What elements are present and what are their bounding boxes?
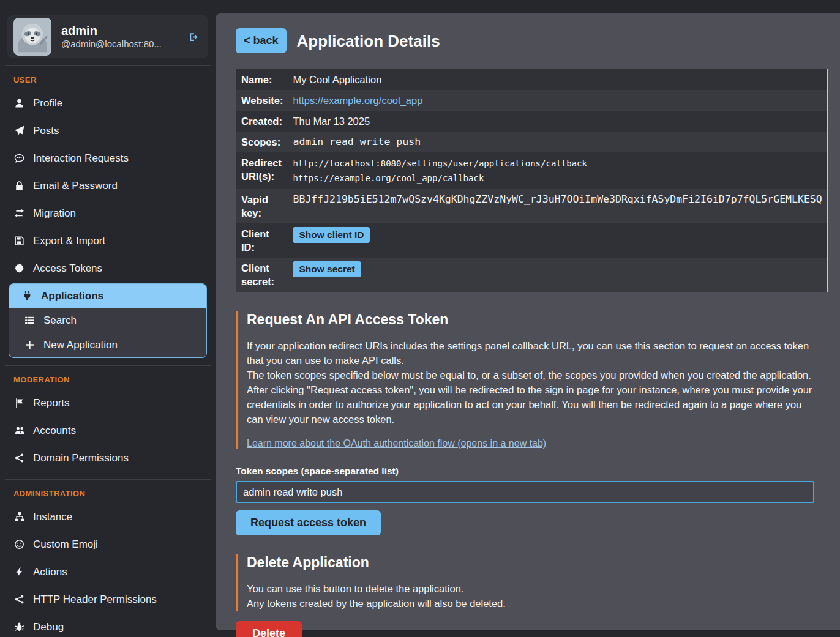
section-label-user: USER <box>0 73 216 86</box>
sidebar-item-label: Export & Import <box>33 234 105 247</box>
sign-out-icon <box>188 32 200 42</box>
logout-button[interactable] <box>188 32 200 42</box>
request-token-paragraph: If your application redirect URIs includ… <box>247 338 814 368</box>
section-label-administration: ADMINISTRATION <box>0 487 216 500</box>
table-row-client-id: Client ID: Show client ID <box>236 223 828 258</box>
request-token-heading: Request An API Access Token <box>247 311 814 329</box>
website-link[interactable]: https://example.org/cool_app <box>293 95 422 106</box>
row-label: Website: <box>236 90 288 111</box>
page-header: < back Application Details <box>236 28 814 53</box>
row-label: Name: <box>236 69 288 91</box>
row-label: Scopes: <box>236 132 288 152</box>
main-panel: < back Application Details Name: My Cool… <box>216 13 840 630</box>
sidebar-item-migration[interactable]: Migration <box>0 199 216 227</box>
sidebar-item-instance[interactable]: Instance <box>0 503 216 531</box>
sidebar-item-interaction-requests[interactable]: Interaction Requests <box>0 144 216 172</box>
comment-dots-icon <box>13 153 25 163</box>
sidebar-item-domain-permissions[interactable]: Domain Permissions <box>0 444 216 472</box>
username: admin <box>61 23 162 38</box>
delete-application-line: Any tokens created by the application wi… <box>247 596 814 611</box>
bug-icon <box>13 622 25 632</box>
sidebar-divider <box>5 479 211 480</box>
user-nav-list: Profile Posts Interaction Requests Email… <box>0 89 216 358</box>
sidebar-item-accounts[interactable]: Accounts <box>0 417 216 444</box>
list-icon <box>24 315 36 326</box>
sidebar-item-label: Applications <box>41 289 103 302</box>
table-row-name: Name: My Cool Application <box>236 69 828 91</box>
share-nodes-icon <box>13 453 25 463</box>
request-access-token-button[interactable]: Request access token <box>236 510 381 535</box>
table-row-website: Website: https://example.org/cool_app <box>236 90 828 111</box>
sidebar-subitem-search[interactable]: Search <box>9 308 206 333</box>
bolt-icon <box>13 567 25 577</box>
sidebar: admin @admin@localhost:80... USER Profil… <box>0 0 216 637</box>
show-client-id-button[interactable]: Show client ID <box>293 227 370 243</box>
sidebar-item-label: Migration <box>33 207 76 220</box>
request-token-paragraph: The token scopes specified below must be… <box>247 368 814 382</box>
sidebar-item-label: Accounts <box>33 424 76 437</box>
plug-icon <box>21 291 33 301</box>
sidebar-item-label: Interaction Requests <box>33 152 129 165</box>
sidebar-item-label: Reports <box>33 397 70 409</box>
token-scopes-label: Token scopes (space-separated list) <box>236 465 814 477</box>
sidebar-item-label: Custom Emoji <box>33 538 98 551</box>
application-details-table: Name: My Cool Application Website: https… <box>236 69 828 292</box>
paper-plane-icon <box>13 125 25 136</box>
sidebar-divider <box>5 65 211 66</box>
row-label: Vapid key: <box>236 189 288 223</box>
row-label: Client ID: <box>236 223 288 258</box>
row-value: My Cool Application <box>288 69 827 91</box>
row-label: Redirect URI(s): <box>236 152 288 189</box>
sidebar-item-reports[interactable]: Reports <box>0 389 216 417</box>
avatar <box>13 18 51 56</box>
sidebar-item-label: HTTP Header Permissions <box>33 593 157 606</box>
sidebar-item-label: Posts <box>33 124 59 137</box>
plus-icon <box>24 340 36 350</box>
redirect-uri-value: https://example.org/cool_app/callback <box>293 171 822 185</box>
table-row-redirect-uris: Redirect URI(s): http://localhost:8080/s… <box>236 152 828 189</box>
delete-button[interactable]: Delete <box>236 621 302 637</box>
sidebar-item-label: Email & Password <box>33 179 118 192</box>
sidebar-subitem-new-application[interactable]: New Application <box>9 333 206 357</box>
user-card[interactable]: admin @admin@localhost:80... <box>7 15 208 58</box>
sidebar-item-email-password[interactable]: Email & Password <box>0 172 216 199</box>
sidebar-item-label: Profile <box>33 97 62 110</box>
sidebar-item-posts[interactable]: Posts <box>0 117 216 144</box>
token-scopes-field: Token scopes (space-separated list) Requ… <box>236 465 814 535</box>
sitemap-icon <box>13 512 25 522</box>
sidebar-item-export-import[interactable]: Export & Import <box>0 227 216 255</box>
flag-icon <box>13 398 25 408</box>
request-token-section: Request An API Access Token If your appl… <box>236 311 814 449</box>
lock-icon <box>13 181 25 191</box>
vapid-key-value: BBJffJ219b5iE512m7wQSzv4KgKDhgZZVzNyWC_r… <box>288 189 827 223</box>
sidebar-item-debug[interactable]: Debug <box>0 613 216 637</box>
sidebar-item-custom-emoji[interactable]: Custom Emoji <box>0 531 216 558</box>
sidebar-item-applications-active[interactable]: Applications <box>9 284 206 308</box>
sidebar-item-label: Search <box>43 314 77 327</box>
sidebar-item-profile[interactable]: Profile <box>0 89 216 117</box>
delete-application-section: Delete Application You can use this butt… <box>236 554 814 611</box>
row-value: Thu Mar 13 2025 <box>288 111 827 132</box>
row-label: Client secret: <box>236 258 288 292</box>
show-secret-button[interactable]: Show secret <box>293 261 361 277</box>
sidebar-item-actions[interactable]: Actions <box>0 558 216 586</box>
save-icon <box>13 236 25 246</box>
share-nodes-icon <box>13 594 25 605</box>
oauth-docs-link[interactable]: Learn more about the OAuth authenticatio… <box>247 438 546 449</box>
token-scopes-input[interactable] <box>236 481 814 503</box>
sidebar-item-http-header-permissions[interactable]: HTTP Header Permissions <box>0 586 216 613</box>
scopes-value: admin read write push <box>288 132 827 152</box>
exchange-icon <box>13 208 25 218</box>
moderation-nav-list: Reports Accounts Domain Permissions <box>0 389 216 472</box>
administration-nav-list: Instance Custom Emoji Actions HTTP Heade… <box>0 503 216 637</box>
sidebar-item-label: Debug <box>33 620 64 633</box>
sidebar-item-access-tokens[interactable]: Access Tokens <box>0 255 216 282</box>
sidebar-item-label: New Application <box>43 338 118 351</box>
sidebar-divider <box>5 365 211 366</box>
applications-group: Applications Search New Application <box>9 283 207 358</box>
sidebar-item-label: Instance <box>33 510 72 523</box>
certificate-icon <box>13 263 25 274</box>
user-icon <box>13 98 25 108</box>
back-button[interactable]: < back <box>236 28 287 53</box>
table-row-vapid-key: Vapid key: BBJffJ219b5iE512m7wQSzv4KgKDh… <box>236 189 828 223</box>
